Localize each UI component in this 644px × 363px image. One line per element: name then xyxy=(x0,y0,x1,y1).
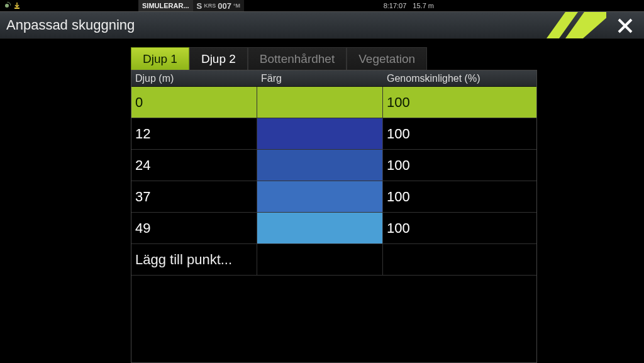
color-cell[interactable] xyxy=(257,150,383,181)
depth-cell[interactable]: 49 xyxy=(131,213,257,243)
transparency-cell[interactable]: 100 xyxy=(383,181,536,212)
header-transparency: Genomskinlighet (%) xyxy=(383,70,536,86)
tab-vegetation[interactable]: Vegetation xyxy=(347,47,427,70)
tab-depth-1[interactable]: Djup 1 xyxy=(131,47,189,70)
svg-rect-1 xyxy=(14,8,19,9)
table-row: 0 100 xyxy=(131,87,536,118)
accent-decoration xyxy=(531,12,606,38)
transparency-cell[interactable]: 100 xyxy=(383,87,536,118)
header-color: Färg xyxy=(257,70,383,86)
header-depth: Djup (m) xyxy=(131,70,257,86)
transparency-cell[interactable]: 100 xyxy=(383,118,536,149)
depth-cell[interactable]: 0 xyxy=(131,87,257,118)
table-row: 37 100 xyxy=(131,181,536,213)
svg-marker-2 xyxy=(547,12,578,38)
satellite-icon xyxy=(3,1,11,10)
heading-indicator: S KRS 007 °M xyxy=(193,0,245,11)
clock: 8:17:07 xyxy=(384,2,407,9)
add-point-row[interactable]: Lägg till punkt... xyxy=(131,244,536,276)
tabs: Djup 1 Djup 2 Bottenhårdhet Vegetation xyxy=(131,47,537,70)
simulation-indicator: SIMULERAR... xyxy=(138,0,193,11)
color-cell[interactable] xyxy=(257,87,383,118)
shading-table: Djup (m) Färg Genomskinlighet (%) 0 100 … xyxy=(131,70,537,363)
table-row: 24 100 xyxy=(131,150,536,181)
table-row: 49 100 xyxy=(131,213,536,244)
svg-point-0 xyxy=(5,4,9,8)
depth-cell[interactable]: 12 xyxy=(131,118,257,149)
transparency-cell[interactable]: 100 xyxy=(383,213,536,243)
download-icon xyxy=(13,1,21,10)
add-point-label[interactable]: Lägg till punkt... xyxy=(131,244,257,275)
color-cell[interactable] xyxy=(257,118,383,149)
color-cell[interactable] xyxy=(257,181,383,212)
transparency-cell[interactable]: 100 xyxy=(383,150,536,181)
depth-cell[interactable]: 24 xyxy=(131,150,257,181)
status-bar: SIMULERAR... S KRS 007 °M 8:17:07 15.7 m xyxy=(0,0,644,11)
table-row: 12 100 xyxy=(131,118,536,150)
page-title: Anpassad skuggning xyxy=(6,17,135,33)
close-button[interactable] xyxy=(614,14,636,37)
tab-depth-2[interactable]: Djup 2 xyxy=(189,47,248,70)
table-header: Djup (m) Färg Genomskinlighet (%) xyxy=(131,70,536,87)
svg-marker-3 xyxy=(565,12,606,38)
depth-cell[interactable]: 37 xyxy=(131,181,257,212)
tab-bottom-hardness[interactable]: Bottenhårdhet xyxy=(248,47,347,70)
color-cell[interactable] xyxy=(257,213,383,243)
depth-readout: 15.7 m xyxy=(413,2,434,9)
title-bar: Anpassad skuggning xyxy=(0,11,644,39)
